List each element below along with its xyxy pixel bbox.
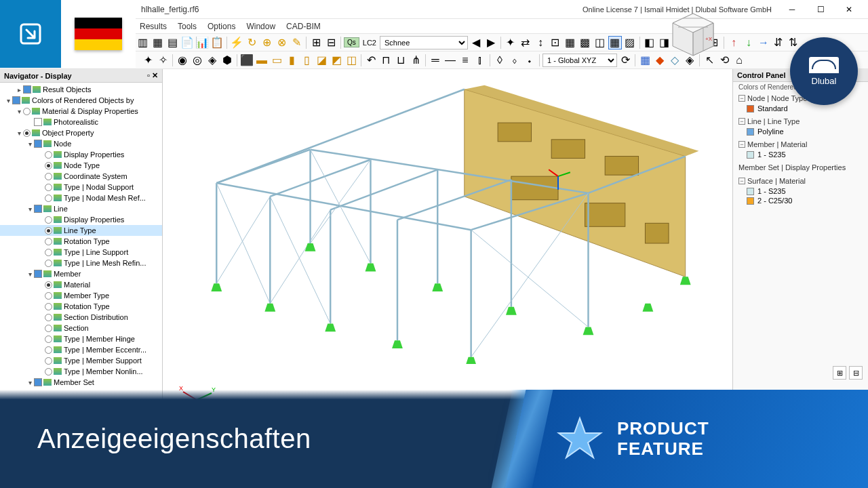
toolbar-icon[interactable]: ◩ bbox=[330, 54, 343, 67]
toolbar-icon[interactable]: ⟳ bbox=[618, 54, 632, 67]
toolbar-icon[interactable]: ⌂ bbox=[732, 54, 746, 67]
toolbar-icon[interactable]: ◆ bbox=[653, 54, 667, 67]
radio-icon[interactable] bbox=[45, 173, 52, 180]
toolbar-icon[interactable]: ↶ bbox=[364, 54, 378, 67]
toolbar-icon[interactable]: ═ bbox=[429, 54, 442, 67]
radio-icon[interactable] bbox=[45, 227, 52, 235]
toolbar-icon[interactable]: ⋔ bbox=[409, 54, 422, 67]
checkbox-icon[interactable] bbox=[34, 140, 42, 148]
viewcube[interactable]: +X bbox=[666, 8, 720, 62]
checkbox-icon[interactable] bbox=[34, 270, 42, 278]
toolbar-icon[interactable]: ✦ bbox=[504, 36, 517, 49]
toolbar-icon[interactable]: ⇄ bbox=[519, 36, 532, 49]
toolbar-icon[interactable]: ◊ bbox=[493, 54, 507, 67]
tree-item[interactable]: Rotation Type bbox=[0, 301, 162, 312]
toolbar-icon[interactable]: ⬢ bbox=[220, 54, 234, 67]
toolbar-icon[interactable]: ◧ bbox=[643, 36, 656, 49]
radio-icon[interactable] bbox=[45, 292, 52, 300]
cp-legend-item[interactable]: Standard bbox=[738, 104, 863, 113]
radio-icon[interactable] bbox=[45, 184, 52, 191]
radio-icon[interactable] bbox=[45, 368, 52, 375]
tree-item[interactable]: ▾Member bbox=[0, 268, 162, 279]
checkbox-icon[interactable] bbox=[12, 96, 20, 104]
tree-item[interactable]: Photorealistic bbox=[0, 117, 162, 127]
checkbox-icon[interactable] bbox=[34, 205, 42, 213]
toolbar-icon[interactable]: ▩ bbox=[578, 36, 592, 49]
tree-item[interactable]: Type | Line Mesh Refin... bbox=[0, 258, 162, 268]
coord-system-combo[interactable]: 1 - Global XYZ bbox=[542, 54, 617, 67]
toolbar-icon[interactable]: ⊓ bbox=[379, 54, 393, 67]
toolbar-icon[interactable]: ◉ bbox=[176, 54, 189, 67]
toolbar-icon[interactable]: ▦ bbox=[564, 36, 577, 49]
tree-item[interactable]: Type | Member Hinge bbox=[0, 333, 162, 344]
toolbar-icon[interactable]: ▨ bbox=[623, 36, 637, 49]
tree-item[interactable]: Display Properties bbox=[0, 214, 162, 225]
tree-item[interactable]: ▾Line bbox=[0, 203, 162, 214]
toolbar-icon[interactable]: ⇵ bbox=[772, 36, 785, 49]
radio-icon[interactable] bbox=[45, 238, 52, 245]
toolbar-icon[interactable]: ▶ bbox=[484, 36, 498, 49]
tree-item[interactable]: Section Distribution bbox=[0, 312, 162, 323]
radio-icon[interactable] bbox=[45, 303, 52, 310]
radio-icon[interactable] bbox=[45, 162, 52, 169]
cp-tool-icon[interactable]: ⊟ bbox=[849, 366, 863, 380]
toolbar-icon[interactable]: ↑ bbox=[727, 36, 741, 49]
radio-icon[interactable] bbox=[23, 129, 31, 137]
tree-item[interactable]: Coordinate System bbox=[0, 171, 162, 182]
tree-item[interactable]: Material bbox=[0, 279, 162, 290]
toolbar-icon[interactable]: ▤ bbox=[165, 36, 179, 49]
window-close-button[interactable]: ✕ bbox=[835, 1, 863, 18]
toolbar-icon[interactable]: ✧ bbox=[156, 54, 170, 67]
menu-cadbim[interactable]: CAD-BIM bbox=[282, 20, 325, 33]
toolbar-icon[interactable]: ⬛ bbox=[240, 54, 254, 67]
toolbar-icon[interactable]: ▦ bbox=[151, 36, 164, 49]
tree-item[interactable]: Display Properties bbox=[0, 149, 162, 160]
toolbar-icon[interactable]: ↻ bbox=[245, 36, 258, 49]
toolbar-icon[interactable]: ◪ bbox=[315, 54, 328, 67]
toolbar-icon[interactable]: ≡ bbox=[458, 54, 472, 67]
radio-icon[interactable] bbox=[45, 325, 52, 332]
cp-legend-item[interactable]: Polyline bbox=[738, 127, 863, 136]
tree-item[interactable]: Rotation Type bbox=[0, 236, 162, 247]
radio-icon[interactable] bbox=[45, 195, 52, 202]
radio-icon[interactable] bbox=[45, 260, 52, 267]
toolbar-icon[interactable]: ⊡ bbox=[549, 36, 562, 49]
toolbar-icon[interactable]: — bbox=[443, 54, 457, 67]
toolbar-icon[interactable]: ◫ bbox=[344, 54, 358, 67]
toolbar-icon[interactable]: ⊗ bbox=[275, 36, 288, 49]
toolbar-icon[interactable]: → bbox=[757, 36, 770, 49]
toolbar-icon[interactable]: ⊕ bbox=[260, 36, 273, 49]
toolbar-icon[interactable]: ◈ bbox=[205, 54, 219, 67]
cp-tool-icon[interactable]: ⊞ bbox=[833, 366, 846, 380]
toolbar-icon[interactable]: ⚡ bbox=[230, 36, 243, 49]
tree-item[interactable]: ▾Object Property bbox=[0, 127, 162, 138]
toolbar-icon[interactable]: ⬨ bbox=[508, 54, 521, 67]
toolbar-icon[interactable]: ↕ bbox=[534, 36, 547, 49]
tree-item[interactable]: Type | Line Support bbox=[0, 247, 162, 258]
radio-icon[interactable] bbox=[45, 346, 52, 354]
tree-item[interactable]: ▾Colors of Rendered Objects by bbox=[0, 95, 162, 106]
navigator-pin-icon[interactable]: ▫ bbox=[147, 71, 150, 79]
toolbar-icon[interactable]: ⫿ bbox=[473, 54, 487, 67]
tree-item[interactable]: Type | Nodal Support bbox=[0, 182, 162, 192]
cp-legend-item[interactable]: 2 - C25/30 bbox=[738, 196, 863, 205]
loadcase-combo[interactable]: Schnee bbox=[380, 36, 468, 49]
tree-item[interactable]: ▾Node bbox=[0, 138, 162, 149]
tree-item[interactable]: Member Type bbox=[0, 290, 162, 301]
tree-item[interactable]: ▸Result Objects bbox=[0, 84, 162, 95]
radio-icon[interactable] bbox=[45, 249, 52, 256]
toolbar-icon[interactable]: ▯ bbox=[300, 54, 313, 67]
toolbar-icon[interactable]: ⬩ bbox=[523, 54, 536, 67]
navigator-close-icon[interactable]: ✕ bbox=[152, 71, 158, 79]
tree-item[interactable]: Section bbox=[0, 323, 162, 333]
radio-icon[interactable] bbox=[45, 216, 52, 224]
toolbar-icon[interactable]: 📊 bbox=[195, 36, 209, 49]
toolbar-icon[interactable]: ▦ bbox=[608, 36, 622, 49]
checkbox-icon[interactable] bbox=[34, 378, 42, 386]
toolbar-icon[interactable]: ▦ bbox=[638, 54, 652, 67]
tree-item[interactable]: Type | Member Support bbox=[0, 355, 162, 366]
toolbar-icon[interactable]: ▮ bbox=[285, 54, 298, 67]
tree-item[interactable]: Type | Member Nonlin... bbox=[0, 366, 162, 377]
cp-legend-item[interactable]: 1 - S235 bbox=[738, 186, 863, 196]
radio-icon[interactable] bbox=[45, 357, 52, 365]
